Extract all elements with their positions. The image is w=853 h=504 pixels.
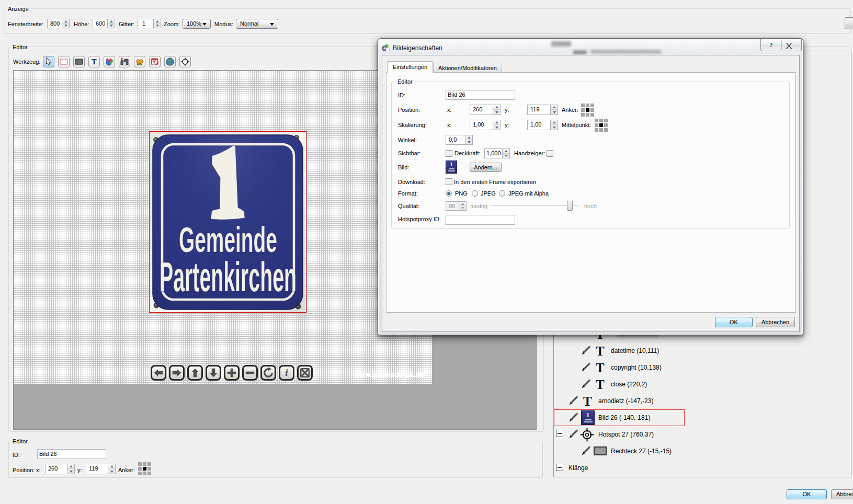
svg-text:7: 7 (153, 60, 156, 65)
svg-text:T: T (92, 58, 97, 66)
svg-text:SVG: SVG (137, 63, 142, 66)
svg-text:i: i (285, 367, 288, 378)
svg-text:Partenkirchen: Partenkirchen (160, 254, 297, 300)
